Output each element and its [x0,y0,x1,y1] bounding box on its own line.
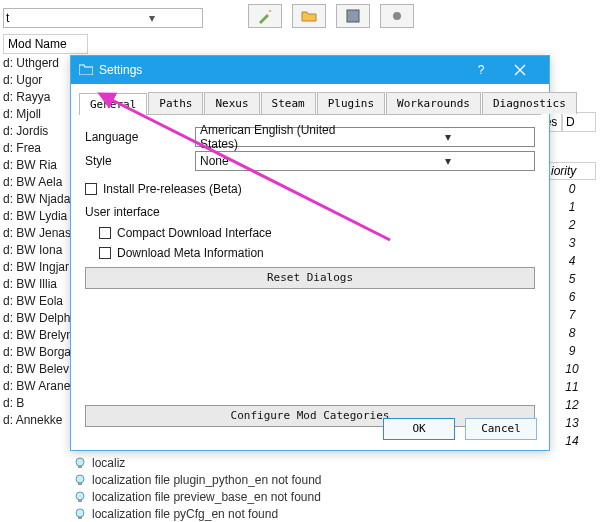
priority-column: 01234567891011121314 [548,182,596,452]
help-button[interactable]: ? [463,56,499,84]
compact-download-checkbox[interactable]: Compact Download Interface [99,223,535,243]
priority-cell: 0 [548,182,596,200]
folder-open-icon[interactable] [292,4,326,28]
bulb-icon [74,474,86,486]
install-prereleases-checkbox[interactable]: Install Pre-releases (Beta) [85,179,535,199]
log-panel: localizlocalization file plugin_python_e… [74,454,322,522]
svg-rect-10 [78,517,82,519]
log-line: localization file plugin_python_en not f… [74,471,322,488]
disk-icon[interactable] [336,4,370,28]
folder-icon [79,63,93,78]
gear-icon[interactable] [380,4,414,28]
reset-dialogs-button[interactable]: Reset Dialogs [85,267,535,289]
svg-point-5 [76,475,84,483]
download-meta-checkbox[interactable]: Download Meta Information [99,243,535,263]
priority-cell: 5 [548,272,596,290]
language-value: American English (United States) [200,123,365,151]
tab-workarounds[interactable]: Workarounds [386,92,481,114]
bulb-icon [74,457,86,469]
priority-cell: 11 [548,380,596,398]
svg-point-7 [76,492,84,500]
compact-download-label: Compact Download Interface [117,226,272,240]
toolbar-icons [248,4,414,28]
tab-general[interactable]: General [79,93,147,115]
style-value: None [200,154,365,168]
cancel-button[interactable]: Cancel [465,418,537,440]
column-header-priority[interactable]: iority [548,162,596,180]
priority-cell: 6 [548,290,596,308]
priority-cell: 8 [548,326,596,344]
svg-point-9 [76,509,84,517]
style-label: Style [85,154,195,168]
style-combo[interactable]: None ▾ [195,151,535,171]
close-button[interactable] [499,56,541,84]
language-label: Language [85,130,195,144]
log-line: localiz [74,454,322,471]
search-value: t [6,11,103,25]
titlebar[interactable]: Settings ? [71,56,549,84]
priority-cell: 9 [548,344,596,362]
wand-icon[interactable] [248,4,282,28]
settings-dialog: Settings ? GeneralPathsNexusSteamPlugins… [70,55,550,451]
checkbox-icon [99,227,111,239]
svg-rect-6 [78,483,82,485]
chevron-down-icon[interactable]: ▾ [103,11,200,25]
priority-cell: 2 [548,218,596,236]
dialog-button-row: OK Cancel [383,418,537,440]
search-combo[interactable]: t ▾ [3,8,203,28]
priority-cell: 3 [548,236,596,254]
tab-paths[interactable]: Paths [148,92,203,114]
download-meta-label: Download Meta Information [117,246,264,260]
priority-cell: 14 [548,434,596,452]
tab-diagnostics[interactable]: Diagnostics [482,92,577,114]
ok-button[interactable]: OK [383,418,455,440]
priority-cell: 10 [548,362,596,380]
dialog-title: Settings [99,63,463,77]
svg-rect-8 [78,500,82,502]
checkbox-icon [99,247,111,259]
svg-point-2 [393,12,401,20]
checkbox-icon [85,183,97,195]
tab-plugins[interactable]: Plugins [317,92,385,114]
priority-cell: 4 [548,254,596,272]
priority-cell: 1 [548,200,596,218]
chevron-down-icon: ▾ [365,130,530,144]
column-header[interactable]: D [562,112,596,132]
tab-steam[interactable]: Steam [261,92,316,114]
ui-section-label: User interface [85,205,535,219]
priority-cell: 13 [548,416,596,434]
log-line: localization file preview_base_en not fo… [74,488,322,505]
language-combo[interactable]: American English (United States) ▾ [195,127,535,147]
bulb-icon [74,508,86,520]
column-header-modname[interactable]: Mod Name [3,34,88,54]
priority-cell: 12 [548,398,596,416]
general-panel: Language American English (United States… [71,115,549,435]
bulb-icon [74,491,86,503]
svg-point-3 [76,458,84,466]
svg-point-0 [269,10,271,12]
svg-rect-1 [347,10,359,22]
priority-cell: 7 [548,308,596,326]
tab-bar: GeneralPathsNexusSteamPluginsWorkarounds… [79,92,541,115]
tab-nexus[interactable]: Nexus [204,92,259,114]
install-prereleases-label: Install Pre-releases (Beta) [103,182,242,196]
svg-rect-4 [78,466,82,468]
log-line: localization file pyCfg_en not found [74,505,322,522]
chevron-down-icon: ▾ [365,154,530,168]
